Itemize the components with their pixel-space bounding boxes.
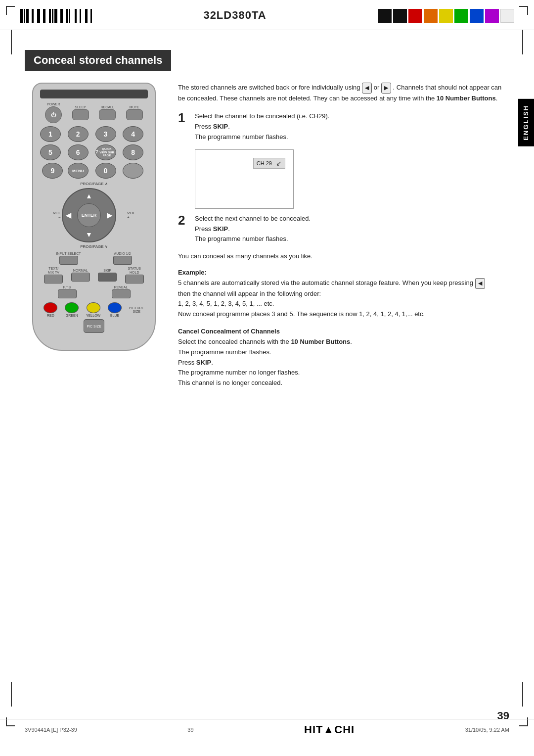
remote-top-bar xyxy=(40,90,148,98)
power-label: POWER xyxy=(47,102,60,106)
step-2-text1: Select the next channel to be concealed. xyxy=(195,215,311,222)
recall-button[interactable] xyxy=(99,109,116,120)
channel-display-box: CH 29 ↙ xyxy=(195,149,294,209)
color-block-yellow xyxy=(439,9,453,23)
status-hold-button[interactable] xyxy=(125,275,144,284)
reveal-button[interactable] xyxy=(112,289,131,298)
num-btn-menu[interactable]: MENU xyxy=(68,163,89,179)
prog-up-label: PROG/PAGE ∧ xyxy=(40,182,148,186)
color-block-purple xyxy=(485,9,499,23)
cancel-bold-2: SKIP xyxy=(196,359,211,366)
input-select-button[interactable] xyxy=(59,256,78,265)
cancel-text-6: The programme number no longer flashes. xyxy=(178,369,300,376)
brand-name: HIT▲CHI xyxy=(304,723,355,736)
input-select-label: INPUT SELECT xyxy=(56,252,81,255)
num-btn-empty[interactable] xyxy=(123,163,143,179)
corner-mark-tl xyxy=(6,6,15,15)
blue-button[interactable] xyxy=(108,302,122,313)
two-column-layout: POWER ⏻ SLEEP RECALL MUTE xyxy=(25,83,509,388)
hold-label: HOLD xyxy=(130,271,139,274)
example-order: 1, 2, 3, 4, 5, 1, 2, 3, 4, 5, 1, ... etc… xyxy=(178,300,274,307)
side-line-right-top xyxy=(522,30,523,54)
num-btn-3[interactable]: 3 xyxy=(95,126,116,142)
intro-text: The stored channels are switched back or… xyxy=(178,83,509,103)
remote-power-row: POWER ⏻ SLEEP RECALL MUTE xyxy=(40,102,148,123)
recall-label: RECALL xyxy=(101,105,114,109)
nav-down-arrow[interactable]: ▼ xyxy=(86,231,92,238)
model-name: 32LD380TA xyxy=(203,9,266,22)
remote-control: POWER ⏻ SLEEP RECALL MUTE xyxy=(32,83,156,351)
step-1: 1 Select the channel to be concealed (i.… xyxy=(178,111,509,142)
cancel-text-5: . xyxy=(211,359,213,366)
audio-label: AUDIO 1/2 xyxy=(114,252,131,255)
nav-ring: ▲ ▼ ◀ ▶ ENTER xyxy=(62,188,116,242)
red-button[interactable] xyxy=(44,302,57,313)
side-line-right-bot xyxy=(522,682,523,707)
num-btn-7-qv[interactable]: 7QUICK VIEW SUB PAGE xyxy=(95,144,116,160)
color-block-black xyxy=(378,9,392,23)
audio-button[interactable] xyxy=(113,256,132,265)
reveal-label: REVEAL xyxy=(114,285,128,289)
nav-up-arrow[interactable]: ▲ xyxy=(86,192,92,200)
num-btn-1[interactable]: 1 xyxy=(40,126,61,142)
color-block-orange xyxy=(424,9,438,23)
num-btn-9[interactable]: 9 xyxy=(42,163,63,179)
mute-button[interactable] xyxy=(126,109,143,120)
color-buttons-row: RED GREEN YELLOW BLUE PIC xyxy=(40,302,148,317)
red-label: RED xyxy=(47,314,54,317)
header-left xyxy=(20,9,92,25)
num-btn-0[interactable]: 0 xyxy=(95,163,116,179)
example-title: Example: xyxy=(178,269,509,276)
nav-right-arrow[interactable]: ▶ xyxy=(107,211,112,219)
step-1-text1: Select the channel to be concealed (i.e.… xyxy=(195,112,329,120)
num-btn-5[interactable]: 5 xyxy=(40,144,61,160)
normal-button[interactable] xyxy=(71,273,90,282)
prog-down-label: PROG/PAGE ∨ xyxy=(40,244,148,249)
page-header: 32LD380TA xyxy=(0,0,534,30)
step-2-text3: . xyxy=(228,225,230,233)
cancel-text-1: Select the concealed channels with the xyxy=(178,338,291,345)
yellow-button[interactable] xyxy=(87,302,100,313)
mix-tv-label: MIX TV xyxy=(48,271,59,274)
arrow-left-icon: ◀ xyxy=(362,83,372,94)
num-btn-2[interactable]: 2 xyxy=(68,126,89,142)
intro-bold-1: 10 Number Buttons xyxy=(437,94,496,102)
nav-left-arrow[interactable]: ◀ xyxy=(66,211,71,219)
vol-right-label: VOL+ xyxy=(127,211,135,220)
cancel-text-7: This channel is no longer concealed. xyxy=(178,379,282,386)
intro-text-1: The stored channels are switched back or… xyxy=(178,84,360,91)
example-text-3: Now conceal programme places 3 and 5. Th… xyxy=(178,310,425,318)
intro-text-2: or xyxy=(374,84,381,91)
normal-label: NORMAL xyxy=(73,269,88,272)
enter-button[interactable]: ENTER xyxy=(77,203,101,227)
picture-size-area: PIC SIZE xyxy=(40,319,148,333)
status-label: STATUS xyxy=(128,267,141,270)
skip-button[interactable] xyxy=(98,273,117,282)
sleep-button[interactable] xyxy=(72,109,89,120)
color-block-white xyxy=(500,9,514,23)
picture-size-button[interactable]: PIC SIZE xyxy=(84,319,104,333)
text-mix-row: TEXT/ MIX TV NORMAL SKIP STATUS HOL xyxy=(40,267,148,284)
main-content: Conceal stored channels POWER ⏻ SLEEP xyxy=(0,30,534,398)
cancel-section: Cancel Concealment of Channels Select th… xyxy=(178,328,509,388)
power-button[interactable]: ⏻ xyxy=(45,106,62,123)
green-button[interactable] xyxy=(65,302,79,313)
num-btn-6[interactable]: 6 xyxy=(68,144,89,160)
you-can-text: You can conceal as many channels as you … xyxy=(178,251,509,262)
color-block-blue xyxy=(470,9,484,23)
num-btn-8[interactable]: 8 xyxy=(123,144,143,160)
green-label: GREEN xyxy=(66,314,78,317)
step-2-content: Select the next channel to be concealed.… xyxy=(195,214,311,244)
cancel-text-4: Press xyxy=(178,359,196,366)
channel-indicator: CH 29 ↙ xyxy=(253,158,285,169)
example-section: Example: 5 channels are automatically st… xyxy=(178,269,509,320)
step-2-note: The programme number flashes. xyxy=(195,235,288,242)
section-title: Conceal stored channels xyxy=(25,50,171,71)
num-btn-4[interactable]: 4 xyxy=(123,126,143,142)
ftb-button[interactable] xyxy=(58,289,77,298)
example-arrow-icon: ◀ xyxy=(475,278,485,289)
example-text: 5 channels are automatically stored via … xyxy=(178,278,509,320)
step-1-text3: . xyxy=(228,123,230,130)
text-mix-button[interactable] xyxy=(44,275,63,284)
mute-label: MUTE xyxy=(130,105,139,109)
